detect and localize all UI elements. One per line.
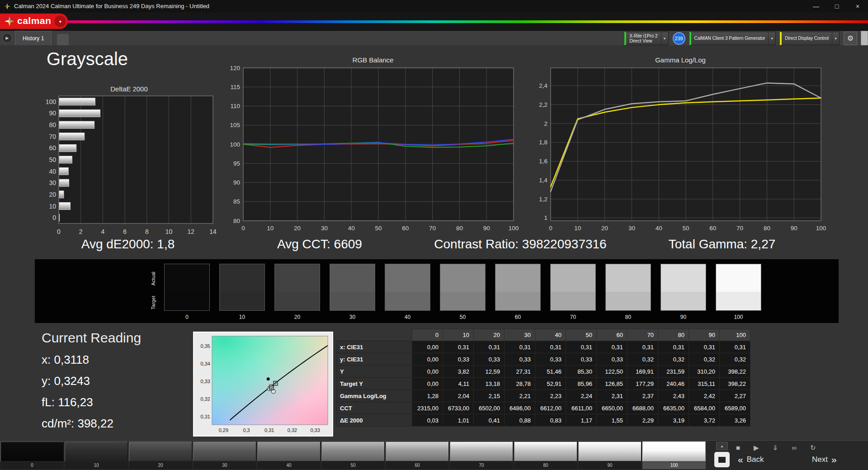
table-cell: 0,31 [566,341,597,353]
bottom-bar: 0102030405060708090100 ▲ ■▶⇓∞↻ « Back Ne… [0,440,868,470]
table-cell: 13,18 [474,378,505,390]
deltae-chart-canvas: 024681012141009080706050403020100 [40,93,218,238]
svg-text:4: 4 [101,228,105,235]
table-cell: 2,24 [566,390,597,402]
table-cell: 2315,00 [412,402,443,414]
gear-icon[interactable]: ⚙ [844,32,857,45]
level-button-80[interactable]: 80 [514,442,577,469]
display-icon[interactable] [714,452,730,467]
transport-icons: ■▶⇓∞↻ [736,443,816,452]
back-button[interactable]: « Back [738,454,764,465]
svg-text:0,31: 0,31 [264,427,274,433]
table-cell: 3,19 [658,414,689,427]
svg-text:90: 90 [233,179,240,186]
table-cell: 398,22 [720,366,750,378]
svg-text:105: 105 [230,122,240,128]
pattern-generator-dropdown[interactable]: CalMAN Client 3 Pattern Generator ▾ [689,32,776,45]
refresh-icon[interactable]: ↻ [810,443,816,452]
current-reading-title: Current Reading [42,330,141,346]
level-button-60[interactable]: 60 [386,442,449,469]
svg-text:2: 2 [544,120,547,127]
svg-text:2,4: 2,4 [539,82,547,89]
table-cell: 169,91 [627,366,658,378]
level-buttons: 0102030405060708090100 [0,442,706,469]
svg-text:10: 10 [165,228,173,235]
calman-star-icon [5,16,14,26]
level-button-20[interactable]: 20 [129,442,192,469]
level-button-100[interactable]: 100 [642,442,706,469]
level-button-40[interactable]: 40 [257,442,321,469]
stop-icon[interactable]: ■ [736,443,740,452]
svg-text:60: 60 [709,225,716,232]
reading-cdm2: cd/m²: 398,22 [42,417,141,431]
table-cell: 315,11 [689,378,720,390]
svg-text:115: 115 [230,84,240,90]
level-button-30[interactable]: 30 [193,442,256,469]
right-panel-toggle[interactable] [861,31,868,46]
minimize-button[interactable]: — [806,0,826,12]
next-chevron-icon: » [831,454,837,465]
avg-de2000-stat: Avg dE2000: 1,8 [81,237,175,252]
table-cell: 2,42 [689,390,720,402]
meter-count-badge[interactable]: 239 [673,32,685,45]
maximize-button[interactable]: □ [826,0,847,12]
table-cell: 6486,00 [505,402,535,414]
level-button-90[interactable]: 90 [578,442,642,469]
grayscale-swatch-label: 60 [495,314,541,320]
add-tab-button[interactable] [57,34,69,46]
svg-text:20: 20 [601,225,608,232]
svg-text:1: 1 [544,214,547,221]
table-row-label: Gamma Log/Log [336,390,412,402]
grayscale-swatch: 70 [550,264,596,320]
rainbow-strip [0,20,868,23]
svg-text:50: 50 [49,156,56,163]
play-icon[interactable]: ▶ [754,443,759,452]
display-screen-shape [718,457,726,463]
svg-text:0,33: 0,33 [201,379,210,384]
svg-text:80: 80 [233,218,240,224]
table-cell: 0,33 [474,353,505,366]
table-cell: 2,04 [443,390,474,402]
next-button[interactable]: Next » [812,454,837,465]
display-control-dropdown[interactable]: Direct Display Control ▾ [780,32,840,45]
svg-text:100: 100 [230,141,240,148]
table-cell: 0,31 [597,341,627,353]
svg-text:1,2: 1,2 [539,196,547,203]
table-row-label: CCT [336,402,412,414]
close-button[interactable]: × [847,0,868,12]
logo-row: calman ▾ [0,12,868,30]
meter-dropdown[interactable]: X-Rite i1Pro 2 Direct View ▾ [624,32,668,45]
svg-text:60: 60 [402,225,409,232]
level-button-0[interactable]: 0 [0,442,64,469]
table-column-header: 10 [443,329,474,341]
table-cell: 3,82 [443,366,474,378]
window-title: Calman 2024 Calman Ultimate for Business… [14,3,209,9]
svg-text:110: 110 [230,103,240,109]
svg-text:95: 95 [233,160,240,167]
calman-logo[interactable]: calman ▾ [0,14,68,29]
pattern-generator-name: CalMAN Client 3 Pattern Generator [694,36,765,41]
grayscale-swatch: 10 [219,264,265,320]
svg-text:0,32: 0,32 [201,396,210,402]
logo-menu-caret-icon[interactable]: ▾ [55,15,66,27]
table-row-label: y: CIE31 [336,353,412,366]
back-label: Back [747,455,764,464]
level-button-70[interactable]: 70 [450,442,513,469]
svg-text:40: 40 [348,225,355,232]
table-cell: 6589,00 [720,402,750,414]
tab-history-1[interactable]: History 1 [15,31,52,46]
link-icon[interactable]: ∞ [792,443,797,452]
svg-text:0,35: 0,35 [201,343,210,349]
svg-text:80: 80 [764,225,770,232]
svg-text:120: 120 [230,65,240,71]
table-cell: 2,29 [627,414,658,427]
level-button-10[interactable]: 10 [65,442,128,469]
collapse-up-icon[interactable]: ▲ [716,442,728,450]
level-button-50[interactable]: 50 [321,442,385,469]
save-icon[interactable]: ⇓ [773,443,778,452]
svg-text:20: 20 [49,191,56,198]
svg-text:70: 70 [429,225,436,232]
table-cell: 6612,00 [535,402,566,414]
history-panel-arrow-icon[interactable]: ▶ [2,33,12,43]
table-cell: 1,55 [597,414,627,427]
